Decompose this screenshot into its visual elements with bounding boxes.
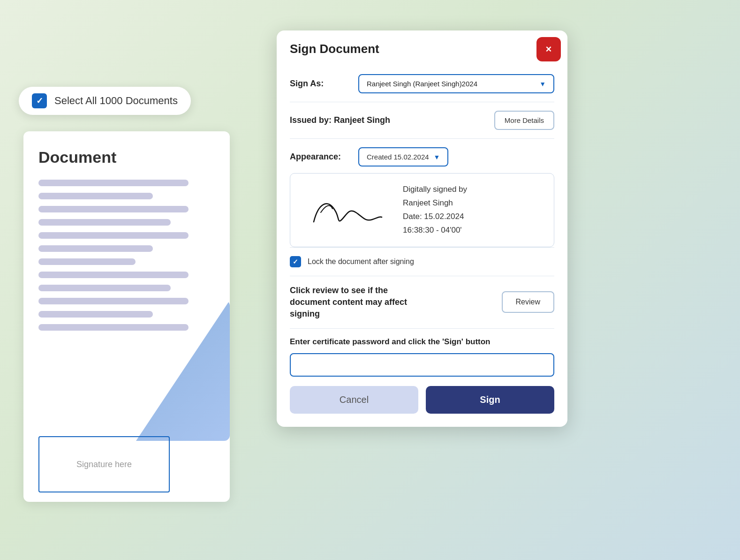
doc-line: [38, 298, 189, 304]
doc-line: [38, 193, 153, 199]
doc-line: [38, 245, 153, 252]
sign-as-dropdown[interactable]: Ranjeet Singh (Ranjeet Singh)2024 ▼: [358, 74, 554, 93]
signature-box: Signature here: [38, 436, 170, 492]
password-label: Enter certificate password and click the…: [290, 337, 554, 347]
document-preview: Document Signature here: [23, 131, 244, 535]
signer-name-text: Ranjeet Singh: [403, 197, 544, 210]
select-all-label: Select All 1000 Documents: [54, 95, 178, 107]
doc-line: [38, 206, 189, 212]
doc-line: [38, 258, 136, 265]
review-row: Click review to see if the document cont…: [290, 276, 554, 329]
modal-close-button[interactable]: ×: [536, 37, 561, 61]
cancel-button[interactable]: Cancel: [290, 386, 418, 414]
signature-time-text: 16:38:30 - 04'00': [403, 224, 544, 237]
lock-document-checkbox[interactable]: [290, 256, 301, 267]
modal-title: Sign Document: [290, 42, 379, 56]
document-lines: [38, 180, 215, 331]
appearance-value: Created 15.02.2024: [367, 153, 429, 161]
appearance-row: Appearance: Created 15.02.2024 ▼: [290, 139, 554, 173]
doc-line: [38, 272, 189, 278]
review-button[interactable]: Review: [502, 291, 554, 313]
doc-main: Document Signature here: [23, 131, 230, 502]
doc-line: [38, 285, 171, 291]
modal-body: Sign As: Ranjeet Singh (Ranjeet Singh)20…: [277, 66, 567, 427]
password-section: Enter certificate password and click the…: [290, 329, 554, 414]
signature-image: [300, 187, 393, 234]
signature-date-text: Date: 15.02.2024: [403, 210, 544, 224]
chevron-down-icon: ▼: [539, 80, 546, 88]
lock-row: Lock the document after signing: [290, 247, 554, 276]
review-prompt-text: Click review to see if the document cont…: [290, 285, 430, 320]
sign-document-modal: Sign Document × Sign As: Ranjeet Singh (…: [277, 30, 567, 427]
issued-by-label: Issued by: Ranjeet Singh: [290, 115, 390, 125]
doc-line: [38, 311, 153, 318]
appearance-dropdown[interactable]: Created 15.02.2024 ▼: [358, 147, 448, 166]
select-all-checkbox[interactable]: [32, 93, 47, 108]
digitally-signed-by-text: Digitally signed by: [403, 183, 544, 197]
issued-by-row: Issued by: Ranjeet Singh More Details: [290, 102, 554, 139]
action-buttons: Cancel Sign: [290, 386, 554, 414]
sign-as-row: Sign As: Ranjeet Singh (Ranjeet Singh)20…: [290, 66, 554, 102]
signature-preview-box: Digitally signed by Ranjeet Singh Date: …: [290, 173, 554, 247]
modal-header: Sign Document ×: [277, 30, 567, 66]
chevron-down-icon: ▼: [434, 153, 440, 161]
doc-line: [38, 219, 171, 226]
password-input[interactable]: [290, 353, 554, 377]
sign-as-label: Sign As:: [290, 79, 351, 89]
doc-line: [38, 180, 189, 186]
more-details-button[interactable]: More Details: [494, 111, 554, 130]
sign-button[interactable]: Sign: [426, 386, 554, 414]
sign-as-value: Ranjeet Singh (Ranjeet Singh)2024: [367, 80, 477, 88]
signature-info: Digitally signed by Ranjeet Singh Date: …: [403, 183, 544, 237]
signature-placeholder-text: Signature here: [76, 460, 132, 469]
doc-line: [38, 324, 189, 331]
lock-document-label: Lock the document after signing: [308, 257, 414, 266]
appearance-label: Appearance:: [290, 152, 351, 162]
select-all-banner[interactable]: Select All 1000 Documents: [19, 87, 191, 115]
document-title: Document: [38, 148, 215, 166]
doc-line: [38, 232, 189, 239]
